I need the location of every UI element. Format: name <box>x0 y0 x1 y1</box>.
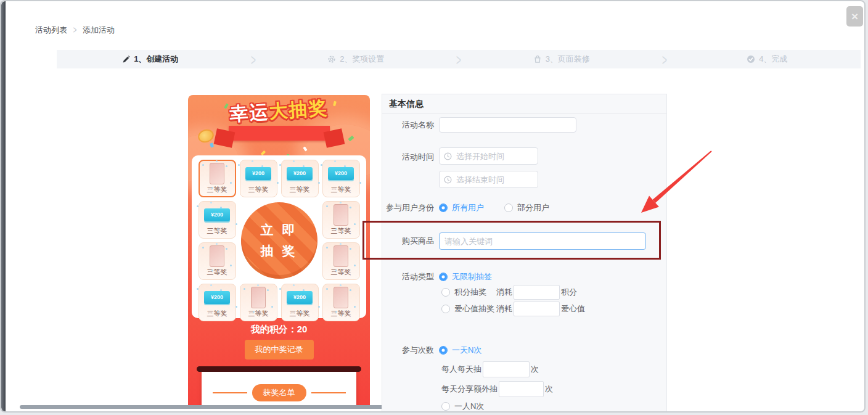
bag-icon <box>533 55 542 64</box>
end-time-picker[interactable] <box>439 171 538 188</box>
prize-image <box>334 204 348 225</box>
activity-name-row: 活动名称 <box>382 117 666 133</box>
horizontal-scrollbar[interactable] <box>20 405 422 409</box>
pencil-icon <box>122 55 130 64</box>
add-activity-window: × 活动列表 > 添加活动 1、创建活动 > 2、奖项设置 > 3、页面装修 >… <box>0 0 866 413</box>
prize-label: 三等奖 <box>331 185 351 194</box>
prize-label: 三等奖 <box>207 268 227 277</box>
love-unit: 爱心值 <box>561 303 585 314</box>
love-cost-input[interactable] <box>514 302 560 316</box>
purchase-goods-input[interactable] <box>439 232 646 250</box>
coupon-icon: ¥200 <box>245 167 271 180</box>
draw-now-button: 立 即 抽 奖 <box>241 202 317 279</box>
radio-love-draw[interactable]: 爱心值抽奖 <box>441 303 494 314</box>
points-unit: 积分 <box>561 287 577 298</box>
start-time-picker[interactable] <box>439 147 538 165</box>
phone-prize-icon <box>251 287 266 308</box>
phone-prize-icon <box>210 163 224 184</box>
prize-cell: ¥200三等奖 <box>322 160 360 197</box>
radio-unlimited-draw[interactable]: 无限制抽签 <box>439 271 492 282</box>
radio-icon <box>439 273 448 281</box>
prize-label: 三等奖 <box>207 226 227 236</box>
activity-type-row: 活动类型 无限制抽签 <box>382 271 666 282</box>
chevron-right-icon: > <box>245 51 261 68</box>
per-day-times-input[interactable] <box>483 361 530 377</box>
radio-points-draw[interactable]: 积分抽奖 <box>441 287 486 298</box>
step-prize-settings[interactable]: 2、奖项设置 <box>263 54 450 65</box>
prize-image: ¥200 <box>245 163 271 184</box>
radio-label: 积分抽奖 <box>454 287 486 298</box>
per-day-prefix: 每人每天抽 <box>441 364 481 375</box>
coupon-icon: ¥200 <box>287 291 313 304</box>
winners-sheet: 获奖名单 <box>202 371 356 405</box>
radio-icon <box>441 305 450 313</box>
prize-cell: ¥200三等奖 <box>281 284 319 321</box>
draw-line2: 抽 奖 <box>261 242 298 260</box>
points-cost-input[interactable] <box>514 285 560 300</box>
n-per-person-row: 一人N次 <box>382 401 666 412</box>
breadcrumb-add-activity: 添加活动 <box>83 25 115 36</box>
coupon-icon: ¥200 <box>328 167 354 180</box>
points-draw-row: 积分抽奖 消耗 积分 <box>382 285 666 300</box>
prize-grid-card: 三等奖 ¥200三等奖 ¥200三等奖 ¥200三等奖 ¥200三等奖 三等奖 … <box>192 155 366 318</box>
divider-line <box>311 392 346 393</box>
share-extra-times-row: 每天分享额外抽 次 <box>382 381 666 397</box>
background-sidebar-edge <box>1 1 6 411</box>
breadcrumb-activity-list[interactable]: 活动列表 <box>35 25 67 36</box>
end-time-input[interactable] <box>439 171 538 188</box>
prize-label: 三等奖 <box>207 185 227 194</box>
check-circle-icon <box>747 55 755 64</box>
prize-image: ¥200 <box>204 287 230 308</box>
section-title: 基本信息 <box>382 94 666 114</box>
activity-name-input[interactable] <box>439 117 576 133</box>
prize-cell: ¥200三等奖 <box>240 160 277 197</box>
coupon-icon: ¥200 <box>287 167 313 180</box>
radio-partial-users[interactable]: 部分用户 <box>504 202 549 213</box>
prize-image: ¥200 <box>328 163 354 184</box>
divider-line <box>213 392 247 393</box>
paper-slot-decoration <box>197 366 361 372</box>
close-button[interactable]: × <box>846 6 863 27</box>
step-label: 3、页面装修 <box>546 54 590 65</box>
radio-icon <box>504 203 513 212</box>
prize-label: 三等奖 <box>331 226 351 236</box>
phone-prize-icon <box>210 245 224 267</box>
prize-cell: 三等奖 <box>322 201 360 239</box>
step-create-activity[interactable]: 1、创建活动 <box>57 54 244 65</box>
prize-image: ¥200 <box>287 163 313 184</box>
winners-title-badge: 获奖名单 <box>252 384 306 401</box>
share-extra-times-input[interactable] <box>499 381 544 397</box>
field-label: 参与次数 <box>382 345 434 356</box>
prize-label: 三等奖 <box>290 185 310 194</box>
banner-title-part1: 幸运 <box>229 101 269 124</box>
clock-icon <box>444 176 452 184</box>
prize-image <box>210 245 224 266</box>
prize-cell: 三等奖 <box>322 242 360 280</box>
step-complete[interactable]: 4、完成 <box>674 54 861 65</box>
radio-n-per-day[interactable]: 一天N次 <box>439 345 481 356</box>
step-label: 4、完成 <box>759 54 787 65</box>
prize-cell: 三等奖 <box>322 284 360 321</box>
field-label: 活动名称 <box>382 120 434 131</box>
chevron-right-icon: > <box>451 51 467 68</box>
prize-cell: 三等奖 <box>199 160 236 197</box>
radio-n-per-person[interactable]: 一人N次 <box>441 401 484 412</box>
radio-label: 所有用户 <box>452 202 484 213</box>
step-label: 1、创建活动 <box>134 54 178 65</box>
prize-cell: 三等奖 <box>199 242 236 280</box>
participation-row: 参与次数 一天N次 <box>382 345 666 356</box>
activity-time-row: 活动时间 <box>382 147 666 188</box>
prize-label: 三等奖 <box>331 268 351 277</box>
prize-label: 三等奖 <box>207 309 227 318</box>
start-time-input[interactable] <box>439 147 538 165</box>
step-page-decoration[interactable]: 3、页面装修 <box>468 54 655 65</box>
gear-icon <box>327 55 336 64</box>
chevron-right-icon: > <box>73 25 77 36</box>
prize-cell: ¥200三等奖 <box>199 201 236 239</box>
radio-all-users[interactable]: 所有用户 <box>439 202 484 213</box>
phone-prize-icon <box>334 204 348 226</box>
banner-title-part2: 大抽奖 <box>268 97 329 121</box>
confetti <box>261 150 266 155</box>
close-icon: × <box>851 10 858 23</box>
prize-image: ¥200 <box>204 204 230 225</box>
